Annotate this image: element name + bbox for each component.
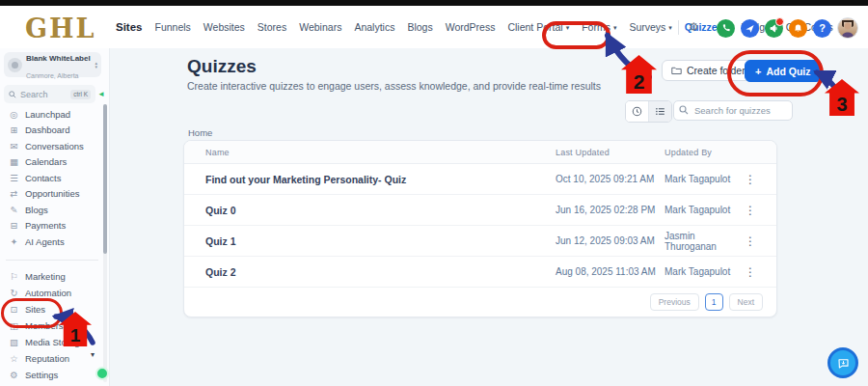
sidebar-item[interactable]: ⚐ Marketing [0,268,104,285]
sidebar-scrollbar-thumb[interactable] [103,104,107,254]
top-header: GHL Sites Funnels Websites Stores Webina… [0,6,868,49]
top-nav-item[interactable]: Blogs [407,21,432,33]
ai-agents-icon: ✦ [9,236,19,247]
updated-by-cell: Mark Tagapulot [665,174,744,184]
sidebar-search[interactable]: Search ctrl K [4,85,95,103]
sidebar-item[interactable]: ▦ Calendars [0,154,104,171]
breadcrumb[interactable]: Home [188,127,212,138]
top-nav-item[interactable]: Webinars [299,21,341,33]
quiz-search [673,100,793,121]
updated-by-cell: Jasmin Thuroganan [665,231,744,252]
updated-by-cell: Mark Tagapulot [665,266,744,277]
column-updated-by: Updated By [665,148,744,157]
megaphone-icon[interactable] [765,19,783,38]
quiz-search-input[interactable] [673,100,793,121]
top-nav-item[interactable]: Stores [258,21,286,33]
sidebar-item[interactable]: ⇄ Opportunities [0,186,104,203]
sidebar-item[interactable]: ✉ Conversations [0,138,104,154]
row-menu-kebab-icon[interactable] [744,265,757,279]
add-quiz-button[interactable]: Add Quiz [745,60,822,82]
table-body: Find out your Marketing Personality- Qui… [184,164,776,288]
sidebar-item[interactable]: ▧ Media Storage [0,334,104,350]
top-nav-item[interactable]: Funnels [155,21,191,33]
chat-widget-button[interactable] [827,347,858,378]
sidebar-item[interactable]: ☰ Contacts [0,170,104,186]
help-icon[interactable]: ? [813,19,831,38]
sidebar-item-label: Marketing [25,271,66,282]
launchpad-icon: ◎ [9,109,19,120]
sidebar-item[interactable]: ◎ Launchpad [0,106,104,123]
top-nav-item[interactable]: Sites [116,21,143,33]
last-updated-cell: Aug 08, 2025 11:03 AM [556,266,665,277]
phone-icon[interactable] [717,19,735,38]
previous-page-button[interactable]: Previous [650,293,699,311]
row-menu-kebab-icon[interactable] [744,173,757,186]
sidebar-item-label: Conversations [25,141,84,152]
next-page-button[interactable]: Next [729,293,763,311]
quiz-name-link[interactable]: Quiz 0 [205,205,556,216]
sidebar-item[interactable]: ✦ AI Agents [0,234,104,250]
sidebar-item[interactable]: ⊟ Payments [0,218,104,234]
sidebar-item-label: Calendars [25,156,67,167]
user-avatar[interactable] [837,17,858,39]
table-row[interactable]: Find out your Marketing Personality- Qui… [184,164,776,195]
account-name: Blank WhiteLabel [26,54,91,63]
sidebar-item[interactable]: ✎ Blogs [0,202,104,218]
sidebar-item[interactable]: ☆ Reputation [0,350,104,367]
top-nav-item[interactable]: WordPress [446,21,496,33]
last-updated-cell: Oct 10, 2025 09:21 AM [556,174,665,184]
sidebar-item[interactable]: ↻ Automation [0,285,104,301]
sidebar-item-label: Contacts [25,173,62,183]
quiz-name-link[interactable]: Quiz 1 [205,235,556,247]
top-nav-item[interactable]: Forms [582,21,616,33]
top-nav-item[interactable]: Client Portal [507,21,569,33]
sidebar-item[interactable]: ⊞ Dashboard [0,123,104,139]
nav-settings-gear-icon[interactable] [689,20,699,34]
top-nav-item[interactable]: Analytics [354,21,394,33]
table-row[interactable]: Quiz 2 Aug 08, 2025 11:03 AM Mark Tagapu… [184,257,776,288]
bell-icon[interactable] [789,19,807,38]
top-nav-item[interactable]: Websites [203,21,245,33]
page-number-button[interactable]: 1 [705,293,723,311]
quiz-name-link[interactable]: Find out your Marketing Personality- Qui… [205,174,556,185]
row-menu-kebab-icon[interactable] [744,234,757,248]
memberships-icon: ◫ [9,320,19,331]
last-updated-cell: Jun 12, 2025 09:03 AM [556,235,665,246]
list-view-button[interactable] [648,101,671,122]
sidebar-item-label: Payments [25,220,66,231]
list-icon [655,106,665,117]
sidebar-collapse-icon[interactable] [97,90,105,98]
sidebar-item[interactable]: ◫ Memberships [0,317,104,334]
opportunities-icon: ⇄ [9,188,19,199]
sidebar-menu-secondary: ⚐ Marketing ↻ Automation ⊡ Sites ◫ Membe… [0,268,104,383]
page-title: Quizzes [187,56,257,77]
history-clock-button[interactable] [626,101,648,122]
sidebar-item[interactable]: ⚙ Settings [0,367,104,383]
sidebar-item-label: Sites [25,304,45,315]
quizzes-table-card: Name Last Updated Updated By Find out yo… [183,140,777,317]
sidebar-item-label: Automation [25,288,71,298]
top-nav-item[interactable]: Surveys [629,21,671,33]
sidebar-item-label: Dashboard [25,124,69,135]
create-folder-button[interactable]: Create folder [662,60,755,81]
column-name: Name [205,148,556,157]
updated-by-cell: Mark Tagapulot [665,205,744,215]
account-switcher[interactable]: Blank WhiteLabel Canmore, Alberta [4,52,101,77]
sidebar-item-label: Settings [25,370,58,380]
quiz-name-link[interactable]: Quiz 2 [205,266,556,278]
main-content: Quizzes Create interactive quizzes to en… [110,48,868,386]
row-menu-kebab-icon[interactable] [744,204,757,217]
nav-divider [678,20,679,35]
search-shortcut-badge: ctrl K [70,90,91,99]
ghl-logo: GHL [25,14,96,43]
table-row[interactable]: Quiz 1 Jun 12, 2025 09:03 AM Jasmin Thur… [184,226,776,257]
rocket-icon[interactable] [741,19,759,38]
sidebar-item[interactable]: ⊡ Sites [0,301,104,317]
table-row[interactable]: Quiz 0 Jun 16, 2025 02:28 PM Mark Tagapu… [184,195,776,226]
search-icon [9,91,16,98]
plus-icon [755,66,761,77]
sidebar-item-label: Reputation [25,353,69,364]
sidebar-item-label: Blogs [25,205,48,215]
media-storage-icon: ▧ [9,337,19,347]
sidebar-more-chevron-icon [91,350,95,359]
